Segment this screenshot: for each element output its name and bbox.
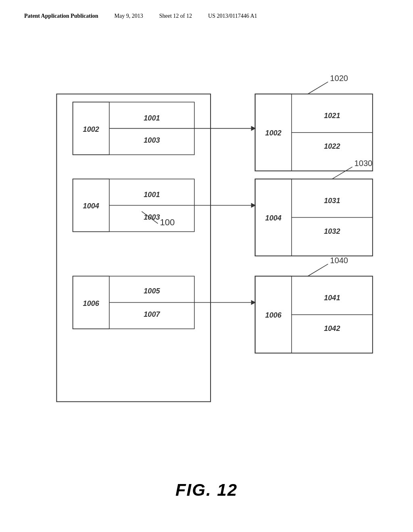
svg-text:1022: 1022 [324, 142, 340, 150]
svg-text:1020: 1020 [330, 74, 348, 83]
svg-rect-0 [56, 94, 211, 401]
svg-text:1030: 1030 [355, 159, 373, 168]
page-header: Patent Application Publication May 9, 20… [0, 0, 413, 19]
svg-text:1006: 1006 [83, 299, 100, 308]
svg-text:1040: 1040 [330, 256, 348, 265]
svg-text:1021: 1021 [324, 112, 340, 120]
svg-line-34 [332, 167, 352, 179]
svg-text:1032: 1032 [324, 227, 340, 235]
svg-text:1005: 1005 [144, 287, 160, 295]
svg-text:1002: 1002 [265, 129, 282, 137]
svg-text:1041: 1041 [324, 294, 340, 302]
publication-date: May 9, 2013 [115, 13, 143, 19]
svg-text:1007: 1007 [144, 310, 160, 318]
svg-text:100: 100 [160, 217, 175, 227]
svg-line-44 [308, 264, 328, 276]
svg-text:1003: 1003 [144, 136, 160, 144]
svg-text:1001: 1001 [144, 114, 160, 122]
svg-text:1002: 1002 [83, 125, 99, 133]
svg-text:1004: 1004 [83, 202, 99, 210]
figure-label: FIG. 12 [175, 480, 238, 500]
svg-text:1004: 1004 [265, 214, 282, 222]
svg-text:1003: 1003 [144, 213, 160, 221]
svg-line-24 [308, 82, 328, 94]
svg-text:1031: 1031 [324, 197, 340, 205]
diagram-area: 100 1002 1001 1003 1004 1001 1003 1006 1… [24, 56, 389, 451]
patent-number: US 2013/0117446 A1 [208, 13, 257, 19]
figure-12-diagram: 100 1002 1001 1003 1004 1001 1003 1006 1… [24, 56, 389, 451]
publication-label: Patent Application Publication [24, 13, 98, 19]
svg-text:1006: 1006 [265, 311, 282, 319]
svg-text:1042: 1042 [324, 324, 340, 332]
svg-text:1001: 1001 [144, 191, 160, 199]
sheet-info: Sheet 12 of 12 [159, 13, 192, 19]
